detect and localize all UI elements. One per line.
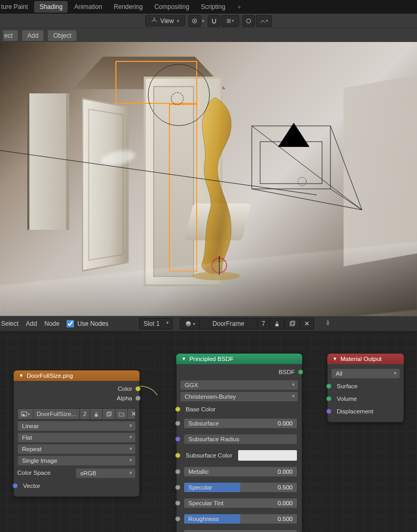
svg-rect-18: [108, 411, 111, 414]
svg-rect-14: [291, 321, 295, 325]
new-material-button[interactable]: [285, 319, 300, 328]
use-nodes-checkbox[interactable]: Use Nodes: [67, 320, 108, 327]
projection-select[interactable]: Flat: [17, 432, 136, 443]
proportional-falloff-dropdown[interactable]: ▾: [256, 15, 272, 27]
slot-select[interactable]: Slot 1: [139, 318, 173, 329]
node-image-texture[interactable]: ▼ DoorFullSize.png Color Alpha ▾ DoorFul…: [14, 370, 140, 497]
use-nodes-input[interactable]: [67, 320, 74, 327]
socket-specular-in[interactable]: [175, 485, 180, 490]
tab-compositing[interactable]: Compositing: [149, 1, 195, 13]
socket-subsurface-color-in[interactable]: [175, 453, 180, 458]
socket-label-volume: Volume: [335, 394, 399, 403]
socket-roughness-in[interactable]: [175, 516, 180, 522]
pivot-dropdown[interactable]: [188, 15, 201, 27]
svg-point-1: [194, 20, 196, 22]
pin-icon[interactable]: [322, 320, 334, 328]
view-label: View: [161, 17, 174, 25]
unlink-image-button[interactable]: ✕: [128, 409, 136, 419]
subsurface-radius-input[interactable]: Subsurface Radius: [184, 434, 297, 444]
socket-alpha-out[interactable]: [135, 396, 141, 401]
interpolation-select[interactable]: Linear: [17, 421, 136, 431]
colorspace-label: Color Space: [17, 468, 72, 478]
socket-label-color: Color: [118, 386, 132, 392]
unlink-material-button[interactable]: ✕: [300, 318, 314, 329]
workspace-tabs: ture Paint Shading Animation Rendering C…: [0, 0, 417, 14]
source-select[interactable]: Single Image: [17, 455, 136, 466]
chevron-down-icon: ▾: [202, 18, 205, 24]
image-name-input[interactable]: DoorFullSize...: [34, 409, 80, 419]
extension-select[interactable]: Repeat: [17, 444, 136, 454]
socket-specular-tint-in[interactable]: [175, 501, 180, 506]
tab-scripting[interactable]: Scripting: [196, 1, 231, 13]
socket-bsdf-out[interactable]: [298, 369, 303, 375]
specular-input[interactable]: Specular0.500: [184, 482, 297, 493]
menu-select[interactable]: ect: [3, 30, 18, 41]
target-select[interactable]: All: [331, 368, 400, 379]
svg-rect-5: [260, 142, 322, 184]
snap-mode-dropdown[interactable]: ⊞▾: [221, 15, 239, 27]
anisotropic-input[interactable]: Anisotropic0.000: [184, 529, 297, 532]
tab-texture-paint[interactable]: ture Paint: [1, 1, 33, 13]
material-name-input[interactable]: DoorFrame: [200, 318, 258, 329]
proportional-edit-toggle[interactable]: [242, 15, 255, 27]
tab-animation[interactable]: Animation: [69, 1, 107, 13]
node-material-output[interactable]: ▼ Material Output All Surface Volume Dis…: [327, 354, 404, 422]
socket-subsurface-in[interactable]: [175, 421, 180, 426]
snap-toggle[interactable]: [208, 15, 220, 27]
node-principled-bsdf[interactable]: ▼ Principled BSDF BSDF GGX Christensen-B…: [176, 354, 302, 532]
subsurface-color-swatch[interactable]: [238, 450, 297, 461]
svg-marker-16: [22, 413, 25, 416]
socket-label-bsdf: BSDF: [279, 369, 295, 375]
collapse-icon[interactable]: ▼: [181, 356, 186, 361]
colorspace-select[interactable]: sRGB: [76, 468, 136, 478]
tab-rendering[interactable]: Rendering: [109, 1, 148, 13]
scene-room: [27, 57, 231, 272]
socket-volume-in[interactable]: [326, 396, 332, 401]
svg-marker-11: [278, 123, 309, 147]
roughness-input[interactable]: Roughness0.500: [184, 514, 297, 524]
menu-add[interactable]: Add: [26, 320, 37, 327]
node-header[interactable]: ▼ Principled BSDF: [176, 354, 302, 364]
metallic-input[interactable]: Metallic0.000: [184, 466, 297, 477]
node-header[interactable]: ▼ Material Output: [327, 354, 404, 364]
new-image-button[interactable]: [103, 409, 115, 419]
socket-surface-in[interactable]: [326, 384, 332, 389]
collapse-icon[interactable]: ▼: [19, 373, 24, 378]
specular-tint-input[interactable]: Specular Tint0.000: [184, 498, 297, 508]
fake-user-button[interactable]: [270, 319, 285, 328]
socket-vector-in[interactable]: [13, 483, 18, 488]
tab-add[interactable]: ＋: [232, 2, 247, 13]
material-browse-button[interactable]: ▾: [180, 318, 200, 329]
image-datablock: ▾ DoorFullSize... 2 ✕: [17, 408, 136, 420]
node-title: Material Output: [340, 356, 382, 362]
socket-label-subsurface-color: Subsurface Color: [184, 451, 234, 460]
empty-sphere-icon: [171, 92, 184, 105]
menu-add[interactable]: Add: [22, 30, 44, 41]
material-users[interactable]: 7: [258, 318, 270, 329]
socket-color-out[interactable]: [135, 386, 141, 391]
image-browse-button[interactable]: ▾: [18, 409, 34, 419]
tab-shading[interactable]: Shading: [34, 1, 68, 13]
distribution-select[interactable]: GGX: [180, 380, 298, 390]
node-header[interactable]: ▼ DoorFullSize.png: [14, 370, 140, 381]
socket-label-surface: Surface: [335, 381, 399, 391]
collapse-icon[interactable]: ▼: [333, 356, 337, 361]
node-editor-header: Select Add Node Use Nodes Slot 1 ▾ DoorF…: [0, 316, 417, 332]
socket-subsurface-radius-in[interactable]: [175, 437, 180, 442]
image-users[interactable]: 2: [80, 409, 90, 419]
node-editor-canvas[interactable]: ▼ DoorFullSize.png Color Alpha ▾ DoorFul…: [0, 332, 417, 532]
subsurface-input[interactable]: Subsurface0.000: [184, 418, 297, 429]
use-nodes-label: Use Nodes: [77, 320, 108, 327]
socket-displacement-in[interactable]: [326, 409, 332, 414]
transform-orientation-dropdown[interactable]: View ▾: [145, 15, 186, 26]
subsurface-method-select[interactable]: Christensen-Burley: [180, 391, 298, 402]
3d-viewport[interactable]: [0, 42, 417, 316]
scene-wall: [344, 55, 417, 266]
open-image-button[interactable]: [115, 409, 128, 419]
socket-base-color-in[interactable]: [175, 407, 180, 412]
menu-node[interactable]: Node: [45, 320, 60, 327]
socket-metallic-in[interactable]: [175, 469, 180, 474]
fake-user-button[interactable]: [90, 409, 103, 419]
menu-object[interactable]: Object: [47, 30, 77, 41]
menu-select[interactable]: Select: [1, 320, 18, 327]
